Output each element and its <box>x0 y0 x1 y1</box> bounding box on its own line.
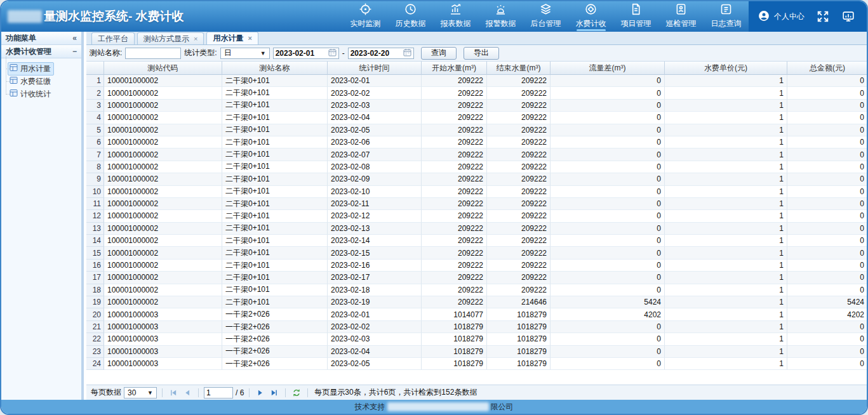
table-row[interactable]: 18 100001000002 二干渠0+101 2023-02-18 2092… <box>86 284 867 296</box>
last-page-button[interactable] <box>269 387 280 399</box>
date-to-input[interactable]: 2023-02-20 <box>348 48 414 59</box>
nav-item-realtime[interactable]: 实时监测 <box>343 1 388 32</box>
sidebar-item-water-metering[interactable]: 用水计量 <box>1 62 81 75</box>
stat-type-select[interactable]: 日 ▼ <box>220 48 270 59</box>
nav-item-project[interactable]: 项目管理 <box>613 1 658 32</box>
sidebar-item-collection-stats[interactable]: 计收统计 <box>1 88 81 100</box>
table-row[interactable]: 6 100001000002 二干渠0+101 2023-02-06 20922… <box>86 136 867 148</box>
station-code-cell: 100001000002 <box>104 148 222 161</box>
flow-diff-cell: 0 <box>551 161 665 173</box>
tab-workbench[interactable]: 工作平台 <box>91 32 135 44</box>
table-row[interactable]: 17 100001000002 二干渠0+101 2023-02-17 2092… <box>86 272 867 284</box>
col-header-end-volume[interactable]: 结束水量(m³) <box>487 62 551 75</box>
footer-support-label: 技术支持 <box>355 402 385 412</box>
row-number-cell: 4 <box>86 112 104 124</box>
col-header-unit-price[interactable]: 水费单价(元) <box>665 62 787 75</box>
table-row[interactable]: 15 100001000002 二干渠0+101 2023-02-15 2092… <box>86 247 867 259</box>
fullscreen-button[interactable] <box>816 10 830 23</box>
per-page-select[interactable]: 30 ▼ <box>124 387 157 399</box>
stat-time-cell: 2023-02-04 <box>328 346 422 358</box>
start-volume-cell: 209222 <box>422 100 487 112</box>
station-name-cell: 二干渠0+101 <box>222 235 328 247</box>
station-code-cell: 100001000002 <box>104 124 222 136</box>
unit-price-cell: 1 <box>665 112 787 124</box>
nav-item-report[interactable]: 报表数据 <box>433 1 478 32</box>
stat-time-cell: 2023-02-06 <box>328 136 422 148</box>
table-row[interactable]: 7 100001000002 二干渠0+101 2023-02-07 20922… <box>86 148 867 161</box>
close-icon[interactable]: × <box>248 35 251 42</box>
start-volume-cell: 209222 <box>422 210 487 222</box>
col-header-station-code[interactable]: 测站代码 <box>104 62 222 75</box>
col-header-flow-diff[interactable]: 流量差(m³) <box>551 62 665 75</box>
table-header-row: 测站代码 测站名称 统计时间 开始水量(m³) 结束水量(m³) 流量差(m³)… <box>86 62 867 75</box>
query-button[interactable]: 查询 <box>421 47 457 60</box>
nav-item-history[interactable]: 历史数据 <box>388 1 433 32</box>
row-number-cell: 15 <box>86 247 104 259</box>
nav-item-label: 水费计收 <box>576 20 606 28</box>
sidebar-item-label: 用水计量 <box>20 63 51 74</box>
table-row[interactable]: 23 100001000003 一干渠2+026 2023-02-04 1018… <box>86 346 867 358</box>
sidebar-item-label: 计收统计 <box>20 89 51 100</box>
nav-item-waterfee[interactable]: 水费计收 <box>568 1 613 32</box>
start-volume-cell: 209222 <box>422 161 487 173</box>
next-page-button[interactable] <box>255 387 266 399</box>
table-row[interactable]: 5 100001000002 二干渠0+101 2023-02-05 20922… <box>86 124 867 136</box>
user-block: 个人中心 <box>749 1 867 32</box>
table-row[interactable]: 19 100001000002 二干渠0+101 2023-02-19 2092… <box>86 296 867 308</box>
col-header-start-volume[interactable]: 开始水量(m³) <box>422 62 487 75</box>
total-amount-cell: 0 <box>787 173 867 185</box>
stat-time-cell: 2023-02-03 <box>328 100 422 112</box>
station-name-input[interactable] <box>125 48 181 59</box>
first-page-button[interactable] <box>168 387 179 399</box>
export-button[interactable]: 导出 <box>464 47 499 60</box>
row-number-cell: 16 <box>86 260 104 272</box>
sidebar-collapse-icon[interactable]: « <box>72 34 77 43</box>
table-row[interactable]: 13 100001000002 二干渠0+101 2023-02-13 2092… <box>86 223 867 235</box>
col-header-station-name[interactable]: 测站名称 <box>222 62 328 75</box>
table-row[interactable]: 3 100001000002 二干渠0+101 2023-02-03 20922… <box>86 100 867 112</box>
sidebar-group-header[interactable]: 水费计收管理 − <box>1 45 81 58</box>
close-icon[interactable]: × <box>194 36 197 43</box>
page-number-input[interactable] <box>204 387 233 399</box>
station-name-cell: 一干渠2+026 <box>222 333 328 345</box>
prev-page-button[interactable] <box>182 387 193 399</box>
unit-price-cell: 1 <box>665 247 787 259</box>
date-from-input[interactable]: 2023-02-01 <box>273 48 339 59</box>
table-row[interactable]: 16 100001000002 二干渠0+101 2023-02-16 2092… <box>86 260 867 272</box>
tab-label: 测站方式显示 <box>144 34 189 44</box>
nav-item-alarm[interactable]: 报警数据 <box>478 1 523 32</box>
col-header-stat-time[interactable]: 统计时间 <box>328 62 422 75</box>
table-row[interactable]: 14 100001000002 二干渠0+101 2023-02-14 2092… <box>86 235 867 247</box>
sidebar-group-collapse-icon: − <box>72 47 77 56</box>
monitor-chart-button[interactable] <box>841 10 855 23</box>
sidebar-item-fee-collection[interactable]: 水费征缴 <box>1 75 81 88</box>
table-row[interactable]: 1 100001000002 二干渠0+101 2023-02-01 20922… <box>86 75 867 87</box>
stat-time-cell: 2023-02-15 <box>328 247 422 259</box>
table-row[interactable]: 24 100001000003 一干渠2+026 2023-02-05 1018… <box>86 358 867 370</box>
row-number-cell: 19 <box>86 296 104 308</box>
table-row[interactable]: 10 100001000002 二干渠0+101 2023-02-10 2092… <box>86 186 867 198</box>
table-row[interactable]: 20 100001000003 一干渠2+026 2023-02-01 1014… <box>86 308 867 320</box>
table-row[interactable]: 22 100001000003 一干渠2+026 2023-02-03 1018… <box>86 333 867 345</box>
nav-item-label: 日志查询 <box>711 20 742 28</box>
refresh-icon[interactable] <box>291 387 302 399</box>
table-row[interactable]: 12 100001000002 二干渠0+101 2023-02-12 2092… <box>86 210 867 222</box>
history-icon <box>404 3 417 18</box>
table-row[interactable]: 9 100001000002 二干渠0+101 2023-02-09 20922… <box>86 173 867 185</box>
nav-item-backend[interactable]: 后台管理 <box>523 1 568 32</box>
table-row[interactable]: 8 100001000002 二干渠0+101 2023-02-08 20922… <box>86 161 867 173</box>
station-code-cell: 100001000002 <box>104 296 222 308</box>
col-header-total-amount[interactable]: 总金额(元) <box>787 62 867 75</box>
table-row[interactable]: 21 100001000003 一干渠2+026 2023-02-02 1018… <box>86 321 867 333</box>
nav-item-log[interactable]: 日志查询 <box>704 1 749 32</box>
nav-item-inspection[interactable]: 巡检管理 <box>658 1 704 32</box>
station-code-cell: 100001000002 <box>104 223 222 235</box>
end-volume-cell: 209222 <box>487 260 551 272</box>
user-center-button[interactable]: 个人中心 <box>758 10 805 24</box>
tab-station-display[interactable]: 测站方式显示 × <box>137 32 204 44</box>
table-row[interactable]: 2 100001000002 二干渠0+101 2023-02-02 20922… <box>86 87 867 99</box>
table-row[interactable]: 11 100001000002 二干渠0+101 2023-02-11 2092… <box>86 198 867 210</box>
tab-water-metering[interactable]: 用水计量 × <box>206 32 258 44</box>
station-name-cell: 二干渠0+101 <box>222 210 328 222</box>
table-row[interactable]: 4 100001000002 二干渠0+101 2023-02-04 20922… <box>86 112 867 124</box>
